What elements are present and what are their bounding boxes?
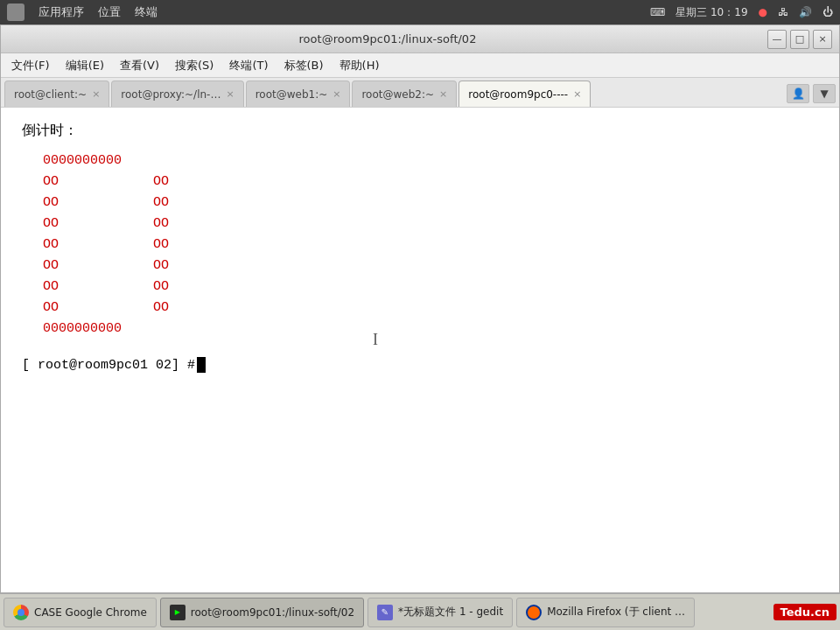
tab-close-client[interactable]: × <box>92 89 100 99</box>
title-bar: root@room9pc01:/linux-soft/02 — □ × <box>1 25 839 53</box>
countdown-row-0: 0000000000 <box>43 150 818 172</box>
minimize-button[interactable]: — <box>767 30 787 49</box>
tab-close-web2[interactable]: × <box>439 89 447 99</box>
menu-view[interactable]: 查看(V) <box>113 56 166 75</box>
countdown-row-1: OO OO <box>43 172 818 192</box>
tab-close-proxy[interactable]: × <box>226 89 234 99</box>
menu-search[interactable]: 搜索(S) <box>168 56 220 75</box>
countdown-row-7: OO OO <box>43 298 818 318</box>
taskbar-terminal-label: root@room9pc01:/linux-soft/02 <box>191 606 354 619</box>
text-cursor-indicator: I <box>373 331 378 349</box>
tab-close-web1[interactable]: × <box>332 89 340 99</box>
menu-file[interactable]: 文件(F) <box>4 56 57 75</box>
menu-help[interactable]: 帮助(H) <box>332 56 387 75</box>
countdown-display: 0000000000 OO OO OO OO OO OO OO OO OO OO… <box>43 150 818 340</box>
menu-tags[interactable]: 标签(B) <box>277 56 331 75</box>
volume-icon: 🔊 <box>799 6 812 18</box>
datetime: 星期三 10：19 <box>676 5 747 20</box>
system-bar: 应用程序 位置 终端 ⌨ 星期三 10：19 ● 🖧 🔊 ⏻ <box>0 0 840 24</box>
tab-client[interactable]: root@client:~ × <box>4 80 109 107</box>
terminal-taskbar-icon <box>170 605 186 620</box>
prompt-text: [ root@room9pc01 02] # <box>22 358 195 373</box>
status-dot: ● <box>759 6 767 18</box>
menu-bar: 文件(F) 编辑(E) 查看(V) 搜索(S) 终端(T) 标签(B) 帮助(H… <box>1 53 839 78</box>
countdown-row-8: 0000000000 <box>43 318 818 340</box>
terminal-cursor <box>197 357 206 373</box>
tab-label-room9pc0: root@room9pc0---- <box>468 88 568 101</box>
chrome-icon <box>13 605 29 620</box>
tab-proxy[interactable]: root@proxy:~/ln-… × <box>111 80 243 107</box>
tab-label-proxy: root@proxy:~/ln-… <box>121 88 220 101</box>
network-icon: 🖧 <box>778 6 788 18</box>
tabs-dropdown-button[interactable]: ▼ <box>813 84 836 103</box>
terminal-window: root@room9pc01:/linux-soft/02 — □ × 文件(F… <box>0 24 840 593</box>
terminal-menu[interactable]: 终端 <box>135 4 158 20</box>
tab-web1[interactable]: root@web1:~ × <box>246 80 351 107</box>
taskbar-chrome-label: CASE Google Chrome <box>34 606 147 619</box>
taskbar-brand: Tedu.cn <box>774 604 836 620</box>
taskbar-chrome[interactable]: CASE Google Chrome <box>4 598 157 627</box>
close-button[interactable]: × <box>813 30 832 49</box>
tab-web2[interactable]: root@web2:~ × <box>352 80 457 107</box>
system-bar-left: 应用程序 位置 终端 <box>7 4 158 21</box>
system-app-icon <box>7 4 24 21</box>
taskbar-firefox-label: Mozilla Firefox (于 client … <box>547 605 685 620</box>
terminal-content[interactable]: 倒计时： 0000000000 OO OO OO OO OO OO OO OO … <box>1 108 839 592</box>
keyboard-indicator: ⌨ <box>650 6 665 18</box>
countdown-row-3: OO OO <box>43 214 818 234</box>
tab-label-web2: root@web2:~ <box>361 88 434 101</box>
app-menu[interactable]: 应用程序 <box>38 4 84 20</box>
tabs-bar: root@client:~ × root@proxy:~/ln-… × root… <box>1 78 839 108</box>
menu-edit[interactable]: 编辑(E) <box>59 56 111 75</box>
taskbar: CASE Google Chrome root@room9pc01:/linux… <box>0 593 840 630</box>
taskbar-firefox[interactable]: Mozilla Firefox (于 client … <box>516 598 695 627</box>
countdown-row-4: OO OO <box>43 234 818 256</box>
new-tab-button[interactable]: 👤 <box>787 84 809 103</box>
prompt-line: [ root@room9pc01 02] # <box>22 357 818 373</box>
window-controls[interactable]: — □ × <box>767 30 832 49</box>
countdown-row-6: OO OO <box>43 276 818 298</box>
menu-terminal[interactable]: 终端(T) <box>222 56 275 75</box>
tab-label-web1: root@web1:~ <box>256 88 328 101</box>
countdown-row-5: OO OO <box>43 256 818 276</box>
system-bar-right: ⌨ 星期三 10：19 ● 🖧 🔊 ⏻ <box>650 5 833 20</box>
tab-room9pc0[interactable]: root@room9pc0---- × <box>458 80 591 107</box>
countdown-label: 倒计时： <box>22 122 818 140</box>
maximize-button[interactable]: □ <box>790 30 809 49</box>
gedit-icon <box>377 605 393 620</box>
countdown-row-2: OO OO <box>43 192 818 214</box>
taskbar-terminal[interactable]: root@room9pc01:/linux-soft/02 <box>160 598 364 627</box>
taskbar-gedit-label: *无标题文件 1 - gedit <box>398 605 503 620</box>
location-menu[interactable]: 位置 <box>98 4 121 20</box>
tab-close-room9pc0[interactable]: × <box>573 89 581 99</box>
tab-label-client: root@client:~ <box>14 88 87 101</box>
taskbar-gedit[interactable]: *无标题文件 1 - gedit <box>368 598 513 627</box>
tabs-extra-controls[interactable]: 👤 ▼ <box>787 84 836 107</box>
window-title: root@room9pc01:/linux-soft/02 <box>8 32 767 46</box>
power-icon: ⏻ <box>822 6 833 18</box>
firefox-icon <box>526 605 542 620</box>
